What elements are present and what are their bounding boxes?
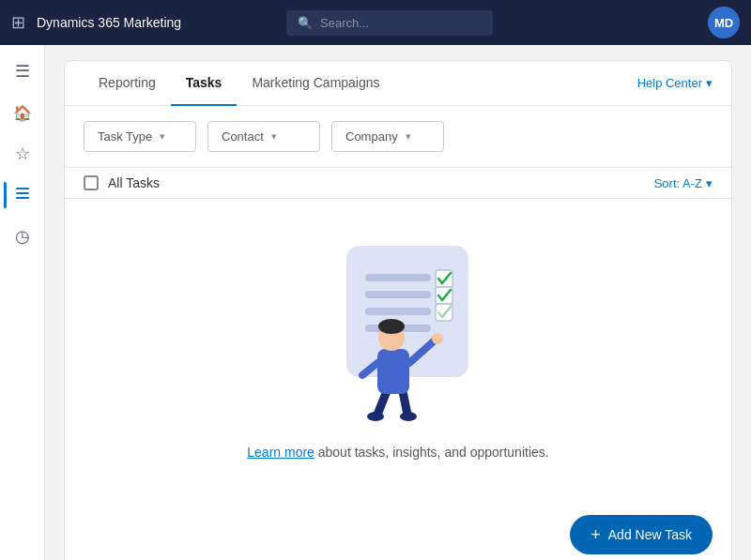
sidebar: ☰ 🏠 ☆ ◷ (0, 45, 45, 560)
svg-rect-1 (16, 192, 29, 194)
search-bar[interactable]: 🔍 (286, 10, 493, 36)
svg-point-19 (367, 412, 384, 421)
empty-state: Learn more about tasks, insights, and op… (65, 199, 731, 500)
empty-illustration (314, 227, 483, 424)
layout: ☰ 🏠 ☆ ◷ Reporting (0, 45, 751, 560)
sidebar-item-menu[interactable]: ☰ (4, 53, 41, 90)
task-type-dropdown[interactable]: Task Type ▾ (84, 121, 196, 152)
chevron-down-icon: ▾ (706, 76, 713, 90)
help-center-button[interactable]: Help Center ▾ (637, 76, 713, 90)
main-content: Reporting Tasks Marketing Campaigns Help… (45, 45, 751, 560)
search-input[interactable] (320, 16, 482, 30)
svg-line-12 (403, 391, 407, 415)
svg-rect-6 (365, 308, 431, 315)
app-title: Dynamics 365 Marketing (37, 15, 181, 30)
clock-icon: ◷ (15, 226, 30, 247)
star-icon: ☆ (15, 144, 30, 164)
empty-state-text: Learn more about tasks, insights, and op… (247, 443, 548, 462)
tab-bar: Reporting Tasks Marketing Campaigns Help… (65, 61, 731, 106)
contact-dropdown[interactable]: Contact ▾ (207, 121, 320, 152)
plus-icon: + (590, 526, 601, 543)
svg-point-20 (400, 412, 417, 421)
navbar: ⊞ Dynamics 365 Marketing 🔍 MD (0, 0, 751, 45)
add-new-task-button[interactable]: + Add New Task (570, 515, 713, 554)
avatar[interactable]: MD (708, 7, 740, 38)
tab-marketing-campaigns[interactable]: Marketing Campaigns (237, 61, 394, 106)
svg-rect-2 (16, 197, 29, 199)
dropdown-arrow-company: ▾ (406, 130, 411, 143)
filter-bar: Task Type ▾ Contact ▾ Company ▾ (65, 106, 731, 167)
svg-line-11 (377, 391, 387, 415)
company-dropdown[interactable]: Company ▾ (331, 121, 444, 152)
sort-chevron-icon: ▾ (706, 176, 713, 190)
sidebar-item-favorites[interactable]: ☆ (4, 135, 41, 173)
tab-tasks[interactable]: Tasks (171, 61, 238, 106)
svg-rect-13 (377, 349, 409, 394)
svg-point-17 (432, 333, 443, 344)
add-task-label: Add New Task (608, 527, 692, 542)
fab-container: + Add New Task (65, 500, 731, 560)
sidebar-item-home[interactable]: 🏠 (4, 94, 41, 131)
svg-rect-4 (365, 274, 431, 281)
menu-icon: ☰ (15, 61, 30, 82)
sort-control[interactable]: Sort: A-Z ▾ (654, 176, 713, 190)
learn-more-link[interactable]: Learn more (247, 445, 314, 460)
all-tasks-label: All Tasks (108, 175, 654, 190)
svg-rect-5 (365, 291, 431, 298)
all-tasks-checkbox[interactable] (84, 175, 99, 190)
svg-point-15 (378, 319, 405, 334)
search-icon: 🔍 (298, 16, 313, 30)
content-card: Reporting Tasks Marketing Campaigns Help… (64, 60, 732, 560)
sidebar-item-recent[interactable]: ◷ (4, 218, 41, 255)
all-tasks-row: All Tasks Sort: A-Z ▾ (65, 167, 731, 199)
list-icon (14, 185, 31, 206)
svg-rect-0 (16, 188, 29, 189)
home-icon: 🏠 (13, 104, 32, 122)
grid-icon[interactable]: ⊞ (11, 12, 25, 33)
dropdown-arrow-contact: ▾ (271, 130, 277, 143)
tab-reporting[interactable]: Reporting (84, 61, 171, 106)
sidebar-item-tasks[interactable] (4, 176, 41, 214)
dropdown-arrow-task-type: ▾ (160, 130, 165, 143)
